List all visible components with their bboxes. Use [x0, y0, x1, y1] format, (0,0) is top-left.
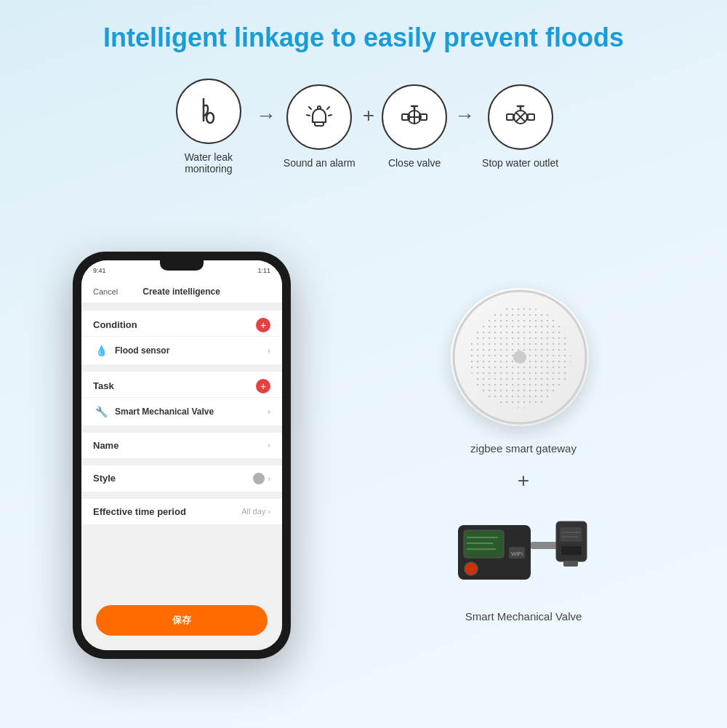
phone-time-value: All day ›	[241, 507, 270, 516]
gateway-image	[451, 288, 596, 433]
svg-rect-15	[507, 114, 513, 120]
flow-arrow-1: →	[256, 104, 276, 127]
gateway-shape	[451, 288, 589, 426]
phone-nav-title: Create intelligence	[142, 287, 220, 297]
phone-save-area: 保存	[81, 598, 282, 650]
svg-line-6	[307, 115, 310, 116]
phone-condition-flood-row[interactable]: 💧 Flood sensor ›	[81, 336, 282, 364]
svg-line-7	[329, 115, 332, 116]
flow-label-water-leak: Water leak monitoring	[169, 151, 249, 175]
right-column: zigbee smart gateway +	[349, 204, 698, 706]
phone-status-bar: 9:41 1:11	[81, 260, 282, 281]
phone-name-label: Name	[93, 440, 119, 451]
valve-product: WiFi Smart Mechanical Valve	[443, 507, 603, 623]
svg-rect-30	[531, 542, 560, 549]
gateway-center-dot	[513, 351, 526, 364]
phone-condition-header: Condition +	[81, 311, 282, 336]
flow-label-stop: Stop water outlet	[482, 157, 558, 169]
flow-label-valve: Close valve	[388, 157, 441, 169]
phone-condition-add-button[interactable]: +	[256, 318, 270, 332]
phone-content: Condition + 💧 Flood sensor ›	[81, 303, 282, 598]
svg-rect-35	[561, 546, 582, 555]
phone-name-chevron: ›	[268, 441, 270, 449]
phone-column: 9:41 1:11 Cancel Create intelligence	[29, 204, 334, 706]
flow-diagram: Water leak monitoring → Sound an alarm	[29, 79, 698, 175]
flow-label-alarm: Sound an alarm	[284, 157, 356, 169]
phone-style-dot	[253, 473, 265, 484]
phone-task-header: Task +	[81, 372, 282, 397]
flow-circle-alarm	[286, 84, 352, 150]
phone-style-value: ›	[253, 473, 270, 484]
valve-icon	[396, 99, 433, 135]
flow-step-stop: Stop water outlet	[482, 84, 558, 169]
phone-save-button[interactable]: 保存	[96, 605, 268, 636]
page-title: Intelligent linkage to easily prevent fl…	[103, 22, 624, 53]
products-plus-divider: +	[518, 469, 529, 492]
flow-circle-stop	[488, 84, 553, 150]
flow-circle-water-leak	[176, 79, 241, 144]
phone-task-valve-left: 🔧 Smart Mechanical Valve	[93, 404, 214, 420]
phone-name-row[interactable]: Name ›	[81, 433, 282, 458]
phone-notch	[160, 260, 204, 271]
stop-water-icon	[502, 99, 539, 135]
phone-mockup: 9:41 1:11 Cancel Create intelligence	[73, 252, 291, 659]
svg-line-5	[327, 107, 329, 109]
page-wrapper: Intelligent linkage to easily prevent fl…	[0, 0, 727, 728]
gateway-label: zigbee smart gateway	[470, 442, 577, 455]
flow-circle-valve	[382, 84, 447, 150]
phone-status-time-left: 9:41	[93, 267, 106, 274]
phone-condition-section: Condition + 💧 Flood sensor ›	[81, 311, 282, 364]
phone-time-row[interactable]: Effective time period All day ›	[81, 499, 282, 524]
phone-flood-label: Flood sensor	[115, 345, 169, 356]
phone-time-label: Effective time period	[93, 506, 186, 517]
phone-task-valve-row[interactable]: 🔧 Smart Mechanical Valve ›	[81, 397, 282, 425]
phone-condition-title: Condition	[93, 319, 137, 330]
svg-rect-23	[464, 530, 504, 558]
phone-task-title: Task	[93, 380, 114, 391]
svg-rect-16	[528, 114, 534, 120]
gateway-product: zigbee smart gateway	[451, 288, 596, 455]
phone-valve-label: Smart Mechanical Valve	[115, 407, 214, 417]
svg-rect-32	[560, 527, 582, 542]
flow-step-valve: Close valve	[382, 84, 447, 169]
phone-valve-chevron: ›	[268, 407, 270, 417]
phone-nav-bar: Cancel Create intelligence	[81, 281, 282, 303]
phone-flood-icon: 💧	[93, 343, 109, 359]
phone-task-add-button[interactable]: +	[256, 379, 270, 393]
phone-task-section: Task + 🔧 Smart Mechanical Valve ›	[81, 372, 282, 425]
phone-style-row[interactable]: Style ›	[81, 465, 282, 492]
flow-arrow-2: →	[454, 104, 475, 127]
flow-plus: +	[363, 104, 374, 127]
phone-cancel-button[interactable]: Cancel	[93, 287, 118, 296]
phone-status-time-right: 1:11	[257, 267, 270, 274]
svg-text:WiFi: WiFi	[511, 551, 523, 557]
svg-rect-36	[563, 561, 578, 567]
phone-valve-icon: 🔧	[93, 404, 109, 420]
phone-screen: 9:41 1:11 Cancel Create intelligence	[81, 260, 282, 650]
phone-style-label: Style	[93, 473, 116, 484]
bottom-row: 9:41 1:11 Cancel Create intelligence	[29, 204, 698, 706]
svg-point-27	[465, 562, 478, 575]
svg-line-4	[309, 107, 311, 109]
valve-label: Smart Mechanical Valve	[465, 610, 582, 623]
alarm-icon	[301, 99, 337, 135]
svg-point-3	[318, 106, 321, 109]
water-leak-icon	[190, 93, 227, 129]
svg-point-1	[206, 113, 214, 123]
phone-flood-chevron: ›	[268, 345, 270, 356]
flow-step-alarm: Sound an alarm	[284, 84, 356, 169]
phone-condition-flood-left: 💧 Flood sensor	[93, 343, 169, 359]
valve-image: WiFi	[443, 507, 603, 601]
valve-device-svg: WiFi	[443, 507, 603, 601]
flow-step-water-leak: Water leak monitoring	[169, 79, 249, 175]
